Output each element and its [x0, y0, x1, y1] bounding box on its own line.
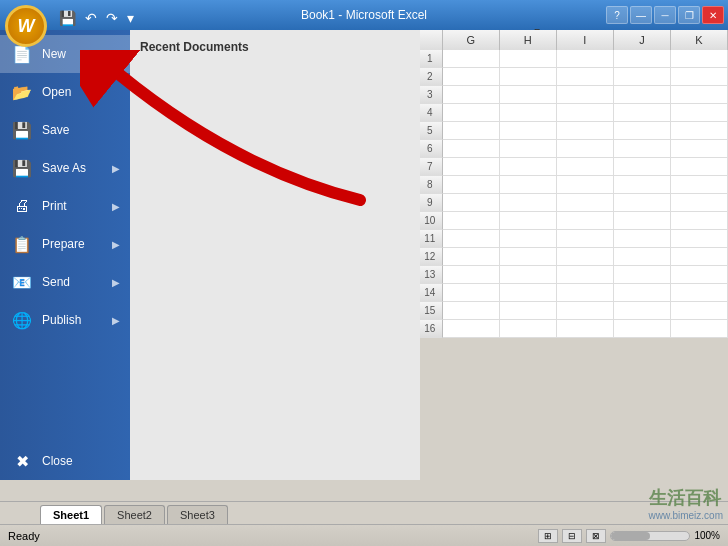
grid-cell[interactable]	[443, 230, 500, 248]
grid-cell[interactable]	[443, 302, 500, 320]
grid-cell[interactable]	[443, 158, 500, 176]
close-button[interactable]: ✕	[702, 6, 724, 24]
grid-cell[interactable]	[614, 230, 671, 248]
grid-cell[interactable]	[671, 320, 728, 338]
grid-cell[interactable]	[500, 122, 557, 140]
grid-cell[interactable]	[557, 140, 614, 158]
grid-cell[interactable]	[443, 50, 500, 68]
grid-cell[interactable]	[500, 68, 557, 86]
sheet-tab-1[interactable]: Sheet1	[40, 505, 102, 524]
grid-cell[interactable]	[443, 122, 500, 140]
grid-cell[interactable]	[557, 212, 614, 230]
grid-cell[interactable]	[443, 284, 500, 302]
menu-item-open[interactable]: 📂 Open	[0, 73, 130, 111]
grid-cell[interactable]	[614, 68, 671, 86]
grid-cell[interactable]	[671, 302, 728, 320]
grid-cell[interactable]	[671, 284, 728, 302]
grid-cell[interactable]	[443, 68, 500, 86]
grid-cell[interactable]	[500, 212, 557, 230]
grid-cell[interactable]	[614, 248, 671, 266]
view-normal-btn[interactable]: ⊞	[538, 529, 558, 543]
grid-cell[interactable]	[614, 284, 671, 302]
grid-cell[interactable]	[500, 158, 557, 176]
grid-cell[interactable]	[443, 104, 500, 122]
sheet-tab-2[interactable]: Sheet2	[104, 505, 165, 524]
grid-cell[interactable]	[671, 194, 728, 212]
grid-cell[interactable]	[500, 284, 557, 302]
grid-cell[interactable]	[500, 104, 557, 122]
ribbon-toggle[interactable]: —	[630, 6, 652, 24]
grid-cell[interactable]	[671, 248, 728, 266]
qat-save[interactable]: 💾	[56, 8, 79, 28]
grid-cell[interactable]	[614, 176, 671, 194]
grid-cell[interactable]	[557, 230, 614, 248]
grid-cell[interactable]	[557, 104, 614, 122]
menu-item-send[interactable]: 📧 Send ▶	[0, 263, 130, 301]
grid-cell[interactable]	[671, 86, 728, 104]
grid-cell[interactable]	[614, 302, 671, 320]
menu-item-saveas[interactable]: 💾 Save As ▶	[0, 149, 130, 187]
grid-cell[interactable]	[500, 320, 557, 338]
grid-cell[interactable]	[614, 158, 671, 176]
grid-cell[interactable]	[500, 176, 557, 194]
grid-cell[interactable]	[671, 230, 728, 248]
grid-cell[interactable]	[500, 302, 557, 320]
grid-cell[interactable]	[671, 212, 728, 230]
grid-cell[interactable]	[557, 284, 614, 302]
grid-cell[interactable]	[614, 194, 671, 212]
menu-item-print[interactable]: 🖨 Print ▶	[0, 187, 130, 225]
grid-cell[interactable]	[671, 140, 728, 158]
grid-cell[interactable]	[557, 266, 614, 284]
grid-cell[interactable]	[443, 320, 500, 338]
grid-cell[interactable]	[443, 194, 500, 212]
menu-item-prepare[interactable]: 📋 Prepare ▶	[0, 225, 130, 263]
grid-cell[interactable]	[443, 248, 500, 266]
grid-cell[interactable]	[614, 122, 671, 140]
grid-cell[interactable]	[614, 104, 671, 122]
grid-cell[interactable]	[557, 158, 614, 176]
grid-cell[interactable]	[671, 176, 728, 194]
grid-cell[interactable]	[557, 302, 614, 320]
grid-cell[interactable]	[614, 212, 671, 230]
grid-cell[interactable]	[557, 248, 614, 266]
view-layout-btn[interactable]: ⊟	[562, 529, 582, 543]
grid-cell[interactable]	[443, 266, 500, 284]
grid-cell[interactable]	[500, 194, 557, 212]
grid-cell[interactable]	[500, 266, 557, 284]
grid-cell[interactable]	[614, 266, 671, 284]
grid-cell[interactable]	[557, 194, 614, 212]
grid-cell[interactable]	[671, 158, 728, 176]
grid-cell[interactable]	[671, 104, 728, 122]
grid-cell[interactable]	[557, 68, 614, 86]
qat-dropdown[interactable]: ▾	[124, 8, 137, 28]
office-button[interactable]: W	[5, 5, 47, 47]
grid-cell[interactable]	[500, 86, 557, 104]
grid-cell[interactable]	[500, 50, 557, 68]
grid-cell[interactable]	[614, 50, 671, 68]
menu-item-close[interactable]: ✖ Close	[0, 442, 130, 480]
grid-cell[interactable]	[557, 122, 614, 140]
grid-cell[interactable]	[443, 86, 500, 104]
grid-cell[interactable]	[443, 140, 500, 158]
grid-cell[interactable]	[671, 266, 728, 284]
grid-cell[interactable]	[557, 320, 614, 338]
qat-redo[interactable]: ↷	[103, 8, 121, 28]
grid-cell[interactable]	[443, 212, 500, 230]
sheet-tab-3[interactable]: Sheet3	[167, 505, 228, 524]
grid-cell[interactable]	[671, 50, 728, 68]
menu-item-save[interactable]: 💾 Save	[0, 111, 130, 149]
qat-undo[interactable]: ↶	[82, 8, 100, 28]
grid-cell[interactable]	[614, 86, 671, 104]
grid-cell[interactable]	[557, 86, 614, 104]
grid-cell[interactable]	[500, 248, 557, 266]
menu-item-publish[interactable]: 🌐 Publish ▶	[0, 301, 130, 339]
zoom-slider[interactable]	[610, 531, 690, 541]
grid-cell[interactable]	[671, 68, 728, 86]
grid-cell[interactable]	[500, 230, 557, 248]
grid-cell[interactable]	[671, 122, 728, 140]
minimize-button[interactable]: ─	[654, 6, 676, 24]
grid-cell[interactable]	[500, 140, 557, 158]
help-button[interactable]: ?	[606, 6, 628, 24]
grid-cell[interactable]	[557, 50, 614, 68]
view-break-btn[interactable]: ⊠	[586, 529, 606, 543]
